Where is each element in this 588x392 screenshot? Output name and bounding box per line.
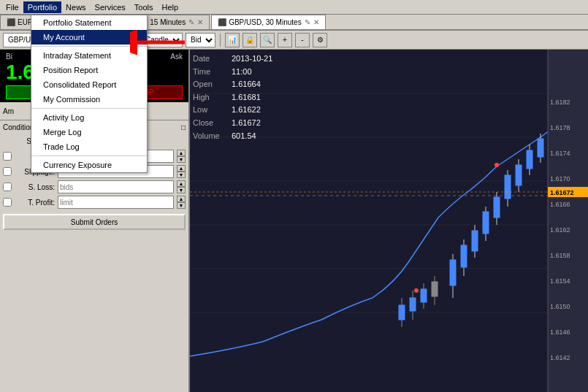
menu-separator-2 (31, 108, 147, 109)
chart-btn-1[interactable]: 📊 (225, 33, 240, 47)
svg-text:1.6166: 1.6166 (550, 201, 570, 208)
slippage-spin-up[interactable]: ▲ (177, 165, 186, 172)
svg-rect-18 (432, 282, 438, 296)
take-profit-label: T. Profit: (15, 199, 55, 207)
open-label: Open (193, 78, 226, 91)
svg-text:1.61672: 1.61672 (550, 189, 574, 196)
menu-separator-3 (31, 155, 147, 156)
take-profit-row: T. Profit: ▲ ▼ (3, 196, 186, 209)
tab-close-2[interactable]: ✎ (188, 18, 194, 26)
svg-rect-11 (399, 305, 405, 320)
menu-services[interactable]: Services (91, 1, 130, 13)
svg-rect-26 (483, 212, 489, 234)
date-value: 2013-10-21 (232, 53, 272, 66)
conditional-orders-minimize[interactable]: □ (181, 123, 186, 131)
menu-tools[interactable]: Tools (130, 1, 158, 13)
zoom-minus-icon[interactable]: - (295, 33, 310, 47)
svg-text:1.6142: 1.6142 (550, 354, 570, 361)
chart-area: Date 2013-10-21 Time 11:00 Open 1.61664 … (190, 50, 588, 392)
tab-x-2[interactable]: ✕ (197, 18, 203, 26)
tab-close-3[interactable]: ✎ (305, 18, 310, 26)
svg-text:1.6174: 1.6174 (550, 150, 570, 157)
menu-currency-exposure[interactable]: Currency Exposure (31, 158, 147, 172)
menubar: File Portfolio News Services Tools Help (0, 0, 588, 15)
stop-loss-spin-down[interactable]: ▼ (177, 187, 186, 193)
time-value: 11:00 (232, 66, 252, 79)
tab-gbp-usd-30min[interactable]: ⬛ GBP/USD, 30 Minutes ✎ ✕ (211, 15, 325, 29)
date-label: Date (193, 53, 226, 66)
stop-loss-checkbox[interactable] (3, 182, 12, 191)
svg-rect-16 (421, 289, 427, 302)
svg-rect-35 (527, 150, 532, 169)
slippage-checkbox[interactable] (3, 167, 12, 176)
volume-value: 601.54 (232, 130, 256, 143)
svg-text:1.6150: 1.6150 (550, 303, 570, 310)
svg-rect-22 (461, 245, 467, 267)
entry-checkbox[interactable] (3, 152, 12, 161)
open-value: 1.61664 (232, 78, 261, 91)
svg-rect-13 (410, 298, 416, 311)
bid-label: Bi (6, 53, 12, 61)
menu-position-report[interactable]: Position Report (31, 63, 147, 77)
close-row: Close 1.61672 (193, 117, 272, 130)
low-label: Low (193, 104, 226, 117)
svg-text:1.6170: 1.6170 (550, 175, 570, 182)
submit-orders-button[interactable]: Submit Orders (3, 214, 186, 230)
take-profit-spin-down[interactable]: ▼ (177, 202, 186, 209)
chart-panel[interactable]: Date 2013-10-21 Time 11:00 Open 1.61664 … (190, 50, 588, 392)
svg-rect-20 (450, 260, 456, 285)
amount-label: Am (3, 107, 14, 115)
stop-loss-spin-up[interactable]: ▲ (177, 180, 186, 187)
take-profit-spinner[interactable]: ▲ ▼ (177, 196, 186, 209)
svg-rect-33 (516, 165, 522, 185)
menu-consolidated-report[interactable]: Consolidated Report (31, 77, 147, 92)
slippage-spinner[interactable]: ▲ ▼ (177, 165, 186, 178)
stop-loss-input[interactable] (58, 180, 174, 193)
ohlc-overlay: Date 2013-10-21 Time 11:00 Open 1.61664 … (193, 53, 272, 142)
svg-rect-28 (494, 197, 500, 218)
low-value: 1.61622 (232, 104, 261, 117)
close-label: Close (193, 117, 226, 130)
svg-rect-24 (472, 231, 478, 251)
open-row: Open 1.61664 (193, 78, 272, 91)
slippage-spin-down[interactable]: ▼ (177, 172, 186, 178)
time-label: Time (193, 66, 226, 79)
entry-spin-down[interactable]: ▼ (177, 156, 186, 163)
take-profit-spin-up[interactable]: ▲ (177, 196, 186, 202)
high-value: 1.61681 (232, 91, 261, 104)
take-profit-input[interactable] (58, 196, 174, 209)
menu-activity-log[interactable]: Activity Log (31, 110, 147, 125)
stop-loss-label: S. Loss: (15, 183, 55, 191)
zoom-plus-icon[interactable]: + (278, 33, 292, 47)
tab-x-3[interactable]: ✕ (313, 18, 319, 26)
svg-text:1.6158: 1.6158 (550, 252, 570, 259)
low-row: Low 1.61622 (193, 104, 272, 117)
svg-text:1.6154: 1.6154 (550, 277, 570, 285)
menu-trade-log[interactable]: Trade Log (31, 139, 147, 154)
zoom-in-icon[interactable]: 🔍 (260, 33, 275, 47)
volume-row: Volume 601.54 (193, 130, 272, 143)
settings-icon[interactable]: ⚙ (313, 33, 327, 47)
high-label: High (193, 91, 226, 104)
tab-chart-icon-3: ⬛ (218, 18, 226, 26)
svg-text:1.6178: 1.6178 (550, 124, 570, 131)
svg-text:1.6162: 1.6162 (550, 226, 570, 234)
volume-label: Volume (193, 130, 226, 143)
menu-help[interactable]: Help (157, 1, 183, 13)
take-profit-checkbox[interactable] (3, 198, 12, 207)
close-value: 1.61672 (232, 117, 261, 130)
stop-loss-spinner[interactable]: ▲ ▼ (177, 180, 186, 193)
date-row: Date 2013-10-21 (193, 53, 272, 66)
menu-news[interactable]: News (61, 1, 91, 13)
menu-merge-log[interactable]: Merge Log (31, 125, 147, 139)
svg-rect-31 (505, 175, 511, 199)
high-row: High 1.61681 (193, 91, 272, 104)
price-type-select[interactable]: Bid (186, 33, 215, 47)
menu-portfolio[interactable]: Portfolio (23, 1, 61, 13)
lock-icon[interactable]: 🔒 (243, 33, 257, 47)
tab-gbp-usd-label: GBP/USD, 30 Minutes (229, 18, 301, 26)
menu-my-commission[interactable]: My Commission (31, 92, 147, 107)
menu-file[interactable]: File (1, 1, 23, 13)
entry-spin-up[interactable]: ▲ (177, 150, 186, 156)
entry-spinner[interactable]: ▲ ▼ (177, 150, 186, 163)
